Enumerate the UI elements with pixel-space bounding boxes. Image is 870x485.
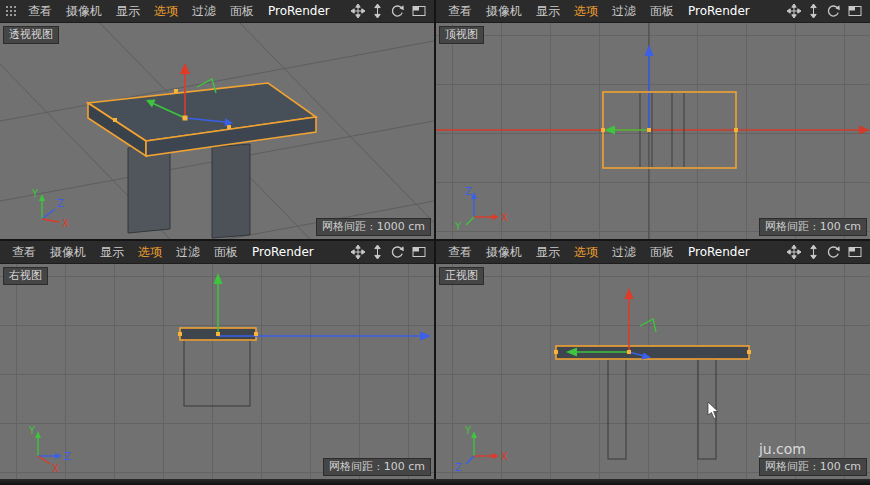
menu-item-panel[interactable]: 面板	[223, 3, 261, 20]
table-legs-outline	[608, 359, 716, 459]
window-bottom-edge	[0, 479, 870, 485]
perspective-scene: Y Z X	[0, 23, 434, 239]
viewport-canvas-perspective[interactable]: Y Z X 透视视图 网格间距 : 1000 cm	[0, 23, 434, 239]
axis-label-x: X	[62, 218, 69, 229]
axis-label-y: Y	[31, 188, 39, 199]
menu-item-filter[interactable]: 过滤	[605, 3, 643, 20]
viewport-front: 查看 摄像机 显示 选项 过滤 面板 ProRender	[436, 241, 870, 479]
zoom-icon[interactable]	[809, 245, 818, 259]
viewport-grid: 查看 摄像机 显示 选项 过滤 面板 ProRender	[0, 0, 870, 479]
menu-item-prorender[interactable]: ProRender	[681, 4, 757, 18]
menu-item-options[interactable]: 选项	[131, 244, 169, 261]
menu-item-filter[interactable]: 过滤	[169, 244, 207, 261]
viewport-right: 查看 摄像机 显示 选项 过滤 面板 ProRender	[0, 241, 434, 479]
maximize-icon[interactable]	[412, 246, 426, 258]
world-axis-indicator: Z X Y	[454, 186, 508, 232]
maximize-icon[interactable]	[412, 5, 426, 17]
world-axis-indicator: Y X Z	[455, 425, 508, 473]
watermark: ju.com	[759, 441, 806, 457]
menu-item-view[interactable]: 查看	[441, 3, 479, 20]
axis-label-x: X	[501, 212, 508, 223]
zoom-icon[interactable]	[809, 4, 818, 18]
right-view-scene: Y Z X	[0, 264, 434, 479]
view-name-label: 右视图	[3, 267, 48, 285]
viewport-nav-icons	[787, 4, 862, 18]
menu-item-view[interactable]: 查看	[5, 244, 43, 261]
rotate-icon[interactable]	[390, 245, 404, 259]
viewport-canvas-right[interactable]: Y Z X 右视图 网格间距 : 100 cm	[0, 264, 434, 479]
menu-item-camera[interactable]: 摄像机	[479, 3, 529, 20]
rotate-icon[interactable]	[390, 4, 404, 18]
menu-item-prorender[interactable]: ProRender	[681, 245, 757, 259]
table-leg-outline	[184, 340, 250, 406]
world-axis-indicator: Y Z X	[31, 188, 69, 229]
viewport-canvas-front[interactable]: Y X Z ju.com 正视图 网格间距 : 100 cm	[436, 264, 870, 479]
grid-spacing-label: 网格间距 : 100 cm	[323, 458, 431, 476]
menu-item-prorender[interactable]: ProRender	[245, 245, 321, 259]
axis-label-y: Y	[454, 221, 462, 232]
viewport-menu: 查看 摄像机 显示 选项 过滤 面板 ProRender	[21, 3, 337, 20]
drag-handle-icon[interactable]	[5, 5, 16, 18]
menu-item-display[interactable]: 显示	[109, 3, 147, 20]
menu-item-display[interactable]: 显示	[529, 3, 567, 20]
maximize-icon[interactable]	[848, 246, 862, 258]
menu-item-options[interactable]: 选项	[567, 3, 605, 20]
menu-item-camera[interactable]: 摄像机	[59, 3, 109, 20]
zoom-icon[interactable]	[373, 4, 382, 18]
menu-item-display[interactable]: 显示	[529, 244, 567, 261]
menu-item-options[interactable]: 选项	[147, 3, 185, 20]
pan-icon[interactable]	[787, 245, 801, 259]
view-name-label: 透视视图	[3, 26, 59, 44]
table-legs-3d	[128, 144, 250, 238]
pan-icon[interactable]	[351, 245, 365, 259]
axis-label-z: Z	[455, 462, 462, 473]
menu-item-display[interactable]: 显示	[93, 244, 131, 261]
menubar-top: 查看 摄像机 显示 选项 过滤 面板 ProRender	[436, 0, 870, 23]
viewport-perspective: 查看 摄像机 显示 选项 过滤 面板 ProRender	[0, 0, 434, 239]
menubar-perspective: 查看 摄像机 显示 选项 过滤 面板 ProRender	[0, 0, 434, 23]
world-axis-indicator: Y Z X	[28, 425, 71, 474]
viewport-top: 查看 摄像机 显示 选项 过滤 面板 ProRender	[436, 0, 870, 239]
menubar-front: 查看 摄像机 显示 选项 过滤 面板 ProRender	[436, 241, 870, 264]
grid-spacing-label: 网格间距 : 100 cm	[759, 218, 867, 236]
viewport-canvas-top[interactable]: Z X Y 顶视图 网格间距 : 100 cm	[436, 23, 870, 239]
rotate-icon[interactable]	[826, 245, 840, 259]
menu-item-camera[interactable]: 摄像机	[479, 244, 529, 261]
menu-item-prorender[interactable]: ProRender	[261, 4, 337, 18]
menu-item-filter[interactable]: 过滤	[605, 244, 643, 261]
viewport-menu: 查看 摄像机 显示 选项 过滤 面板 ProRender	[5, 244, 321, 261]
zoom-icon[interactable]	[373, 245, 382, 259]
viewport-menu: 查看 摄像机 显示 选项 过滤 面板 ProRender	[441, 244, 757, 261]
viewport-nav-icons	[787, 245, 862, 259]
c4d-window: 查看 摄像机 显示 选项 过滤 面板 ProRender	[0, 0, 870, 485]
menu-item-view[interactable]: 查看	[441, 244, 479, 261]
menu-item-view[interactable]: 查看	[21, 3, 59, 20]
menubar-right: 查看 摄像机 显示 选项 过滤 面板 ProRender	[0, 241, 434, 264]
axis-label-z: Z	[57, 198, 64, 209]
axis-label-z: Z	[64, 451, 71, 462]
pan-icon[interactable]	[351, 4, 365, 18]
rotate-icon[interactable]	[826, 4, 840, 18]
pan-icon[interactable]	[787, 4, 801, 18]
menu-item-panel[interactable]: 面板	[643, 3, 681, 20]
top-view-scene: Z X Y	[436, 23, 870, 239]
view-name-label: 正视图	[439, 267, 484, 285]
view-name-label: 顶视图	[439, 26, 484, 44]
maximize-icon[interactable]	[848, 5, 862, 17]
viewport-nav-icons	[351, 245, 426, 259]
menu-item-camera[interactable]: 摄像机	[43, 244, 93, 261]
menu-item-options[interactable]: 选项	[567, 244, 605, 261]
viewport-menu: 查看 摄像机 显示 选项 过滤 面板 ProRender	[441, 3, 757, 20]
axis-label-y: Y	[28, 425, 36, 436]
grid-spacing-label: 网格间距 : 100 cm	[759, 458, 867, 476]
x-axis-arrowhead	[859, 126, 870, 135]
menu-item-panel[interactable]: 面板	[643, 244, 681, 261]
axis-label-x: X	[501, 451, 508, 462]
plane-handle-bracket	[640, 319, 656, 332]
axis-label-x: X	[52, 463, 59, 474]
viewport-nav-icons	[351, 4, 426, 18]
axis-label-y: Y	[464, 425, 472, 436]
menu-item-panel[interactable]: 面板	[207, 244, 245, 261]
menu-item-filter[interactable]: 过滤	[185, 3, 223, 20]
grid-spacing-label: 网格间距 : 1000 cm	[316, 218, 431, 236]
